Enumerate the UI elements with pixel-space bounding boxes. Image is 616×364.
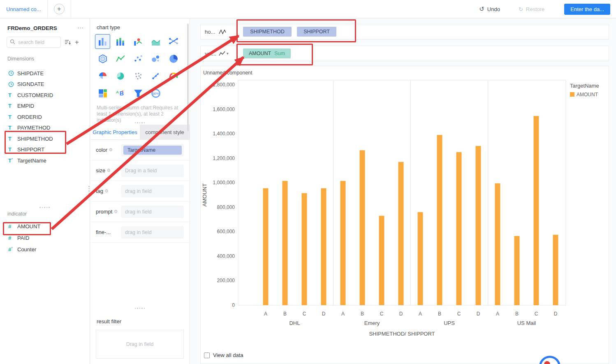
chart-type-pie-chart[interactable] [166,51,181,66]
pill-shipmethod[interactable]: SHIPMETHOD [243,27,292,37]
property-dropzone-size[interactable]: Drag in a field [121,165,184,177]
chart-bar-ups-a[interactable] [418,212,423,305]
panel-resize-handle[interactable] [88,186,90,194]
indicator-field-amount[interactable]: #AMOUNT [0,220,89,232]
chart-type-multi-series-column-chart[interactable] [95,34,110,49]
chart-bar-ups-c[interactable] [456,152,462,305]
result-filter-dropzone[interactable]: Drag in field [96,330,184,359]
panel-splitter[interactable] [0,206,89,209]
gear-icon[interactable]: ⚙ [109,147,113,153]
chart-bar-ups-d[interactable] [476,146,481,305]
chart-type-percent-gauge-chart[interactable]: 60% [148,86,163,101]
flow-chart-icon [151,71,161,81]
x-tick-label: A [264,311,267,317]
chart-type-radar-chart[interactable] [95,51,110,66]
chart-bar-dhl-b[interactable] [283,181,288,305]
chart-bar-emery-a[interactable] [340,181,346,305]
chart-axis-icon[interactable]: ▾ [219,51,233,56]
pill-shipport[interactable]: SHIPPORT [297,27,336,37]
radar-chart-icon [98,54,108,64]
vertical-axis-shelf[interactable]: ver... ▾ AMOUNTSum [200,46,609,61]
tab-graphic-properties[interactable]: Graphic Properties [90,125,140,139]
property-dropzone-tag[interactable]: drag in field [121,185,184,197]
dimension-field-shipdate[interactable]: SHIPDATE [0,68,89,79]
restore-button[interactable]: ↻ Restore [519,6,544,12]
chart-bar-emery-c[interactable] [379,216,384,305]
chart-type-gauge-chart[interactable] [166,69,181,83]
chart-type-funnel-chart[interactable] [130,86,146,101]
custom-chart-icon [133,37,143,46]
tab-component-style[interactable]: component style [140,125,190,139]
dimension-field-shipmethod[interactable]: TSHIPMETHOD [0,133,89,144]
undo-button[interactable]: ↺ Undo [479,5,500,13]
dimension-pills: SHIPMETHOD SHIPPORT [243,27,336,37]
checkbox-icon[interactable] [204,352,210,358]
x-tick-label: A [496,311,499,317]
chart-bar-dhl-c[interactable] [302,193,307,305]
chart-type-custom-chart[interactable] [130,34,146,49]
dimension-field-shipport[interactable]: TSHIPPORT [0,144,89,155]
more-options-icon[interactable]: ⋯ [77,24,84,32]
dimension-field-empid[interactable]: TEMPID [0,101,89,112]
x-tick-label: C [457,311,461,317]
view-all-data-toggle[interactable]: View all data [204,352,243,358]
clock-icon [8,70,14,76]
legend-label[interactable]: AMOUNT [577,92,598,97]
chart-type-area-chart[interactable] [148,34,163,49]
gear-icon[interactable]: ⚙ [104,188,109,194]
field-label: EMPID [17,103,34,109]
pill-amount-sum[interactable]: AMOUNTSum [243,49,291,58]
scrollbar-thumb[interactable] [187,23,189,131]
chart-bar-emery-d[interactable] [398,162,404,305]
chart-bar-usmail-a[interactable] [495,183,500,305]
chart-bar-dhl-d[interactable] [321,188,327,305]
chart-type-word-cloud-chart[interactable]: ABc [113,86,128,101]
horizontal-axis-shelf[interactable]: ho... SHIPMETHOD SHIPPORT [200,24,609,39]
add-field-button[interactable]: + [75,39,79,46]
dimension-field-targetname[interactable]: T*TargetName [0,155,89,166]
enter-dashboard-button[interactable]: Enter the da... [564,4,610,15]
dimension-field-orderid[interactable]: TORDERID [0,111,89,123]
chart-type-treemap-chart[interactable] [95,86,110,101]
dimension-field-paymethod[interactable]: TPAYMETHOD [0,123,89,134]
x-tick-label: B [361,311,364,317]
chart-bar-usmail-d[interactable] [553,235,558,305]
chart-bar-emery-b[interactable] [360,150,365,305]
indicator-field-paid[interactable]: #PAID [0,232,89,243]
sort-fields-icon[interactable] [65,39,71,45]
chart-type-slope-chart[interactable] [166,34,181,49]
indicator-field-counter[interactable]: #*Counter [0,243,89,255]
chart-type-scatter-chart[interactable] [130,51,146,66]
tab-unnamed-component[interactable]: Unnamed co... [0,6,47,12]
number-field-icon: # [8,235,11,241]
section-drag-handle[interactable] [90,121,190,125]
chart-type-stacked-column-chart[interactable] [113,34,128,49]
gear-icon[interactable]: ⚙ [113,209,118,214]
property-dropzone-prompt[interactable]: drag in field [121,206,184,218]
property-dropzone-color[interactable]: TargetName [121,144,184,156]
chart-bar-dhl-a[interactable] [263,188,269,305]
color-field-pill[interactable]: TargetName [123,146,182,155]
legend-title: TargetName [570,83,599,89]
dimension-field-customerid[interactable]: TCUSTOMERID [0,90,89,101]
metric-aggregation: Sum [274,51,285,56]
chart-type-rose-chart[interactable] [95,69,110,83]
chart-type-flow-chart[interactable] [148,69,163,83]
section-drag-handle[interactable] [90,306,190,310]
slope-chart-icon [169,37,178,46]
chart-bar-usmail-c[interactable] [534,116,539,305]
field-label: PAID [17,235,29,241]
y-tick-label: 600,000 [217,229,235,234]
axis-fields-icon[interactable] [219,29,233,35]
property-dropzone-fine[interactable]: drag in field [121,226,184,239]
gear-icon[interactable]: ⚙ [107,168,111,173]
chart-type-bubble-chart[interactable] [148,51,163,66]
dimension-field-signdate[interactable]: SIGNDATE [0,79,89,90]
chart-bar-usmail-b[interactable] [514,236,520,305]
chart-type-dot-plot-chart[interactable] [130,69,146,83]
chart-bar-ups-b[interactable] [437,135,442,305]
add-tab-button[interactable]: + [54,4,65,14]
chart-type-multi-pie-chart[interactable] [113,69,128,83]
chart-type-line-chart[interactable] [113,51,128,66]
chart-component[interactable]: Unnamed component 0200,000400,000600,000… [200,66,609,364]
